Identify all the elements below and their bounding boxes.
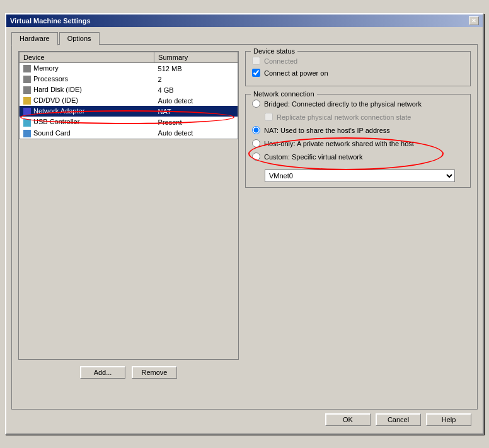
nat-radio[interactable] — [252, 126, 260, 134]
remove-button[interactable]: Remove — [132, 366, 177, 379]
add-remove-bar: Add... Remove — [18, 366, 239, 379]
close-button[interactable]: ✕ — [469, 16, 479, 25]
tabs-container: Hardware Options — [11, 32, 478, 45]
title-bar-buttons: ✕ — [469, 16, 479, 25]
replicate-row: Replicate physical network connection st… — [265, 113, 464, 121]
table-row[interactable]: USB ControllerPresent — [20, 117, 238, 127]
cdrom-icon — [23, 97, 31, 105]
power-on-checkbox[interactable] — [252, 69, 260, 77]
nat-row: NAT: Used to share the host's IP address — [252, 126, 464, 134]
device-table: Device Summary Memory512 MBProcessors2Ha… — [19, 52, 238, 139]
tab-options[interactable]: Options — [59, 32, 100, 45]
table-row[interactable]: Hard Disk (IDE)4 GB — [20, 84, 238, 95]
ok-button[interactable]: OK — [325, 413, 371, 426]
title-bar: Virtual Machine Settings ✕ — [6, 14, 483, 27]
table-row[interactable]: Memory512 MB — [20, 63, 238, 74]
usb-icon — [23, 119, 31, 127]
connected-checkbox[interactable] — [252, 57, 260, 65]
bridged-label: Bridged: Connected directly to the physi… — [264, 100, 422, 108]
bridged-row: Bridged: Connected directly to the physi… — [252, 100, 464, 108]
tab-hardware[interactable]: Hardware — [11, 32, 58, 45]
connected-label: Connected — [264, 57, 297, 65]
cpu-icon — [23, 76, 31, 83]
device-panel: Device Summary Memory512 MBProcessors2Ha… — [18, 51, 239, 403]
add-button[interactable]: Add... — [80, 366, 125, 379]
nat-label: NAT: Used to share the host's IP address — [264, 127, 390, 134]
network-connection-group: Network connection Bridged: Connected di… — [245, 94, 471, 188]
bridged-radio[interactable] — [252, 100, 260, 108]
col-summary: Summary — [154, 52, 238, 63]
window-content: Hardware Options Device Summary — [6, 27, 483, 434]
col-device: Device — [20, 52, 154, 63]
table-row[interactable]: Processors2 — [20, 74, 238, 84]
power-on-label: Connect at power on — [264, 69, 328, 77]
device-status-title: Device status — [251, 47, 297, 55]
hostonly-label: Host-only: A private network shared with… — [264, 140, 414, 147]
nic-icon — [23, 108, 31, 115]
hostonly-row: Host-only: A private network shared with… — [252, 139, 464, 147]
device-list-container: Device Summary Memory512 MBProcessors2Ha… — [18, 51, 239, 360]
custom-radio[interactable] — [252, 152, 260, 161]
hdd-icon — [23, 86, 31, 94]
cancel-button[interactable]: Cancel — [376, 413, 421, 426]
memory-icon — [23, 65, 31, 72]
table-row[interactable]: CD/DVD (IDE)Auto detect — [20, 95, 238, 106]
ok-cancel-bar: OK Cancel Help — [11, 410, 478, 428]
power-on-row: Connect at power on — [252, 69, 464, 77]
device-status-group: Device status Connected Connect at power… — [245, 51, 471, 86]
help-button[interactable]: Help — [426, 413, 471, 426]
vmnet-select[interactable]: VMnet0 — [265, 169, 455, 182]
hostonly-radio[interactable] — [252, 139, 260, 147]
network-connection-title: Network connection — [251, 90, 317, 98]
sound-icon — [23, 130, 31, 137]
custom-row: Custom: Specific virtual network — [252, 152, 464, 161]
replicate-checkbox[interactable] — [265, 113, 273, 121]
settings-panel: Device status Connected Connect at power… — [245, 51, 471, 403]
virtual-machine-settings-window: Virtual Machine Settings ✕ Hardware Opti… — [5, 13, 484, 435]
table-row[interactable]: Sound CardAuto detect — [20, 128, 238, 139]
tab-content: Device Summary Memory512 MBProcessors2Ha… — [11, 44, 478, 410]
replicate-label: Replicate physical network connection st… — [277, 113, 411, 121]
table-row[interactable]: Network AdapterNAT — [20, 106, 238, 117]
connected-row: Connected — [252, 57, 464, 65]
custom-label: Custom: Specific virtual network — [264, 153, 363, 161]
window-title: Virtual Machine Settings — [10, 17, 91, 25]
